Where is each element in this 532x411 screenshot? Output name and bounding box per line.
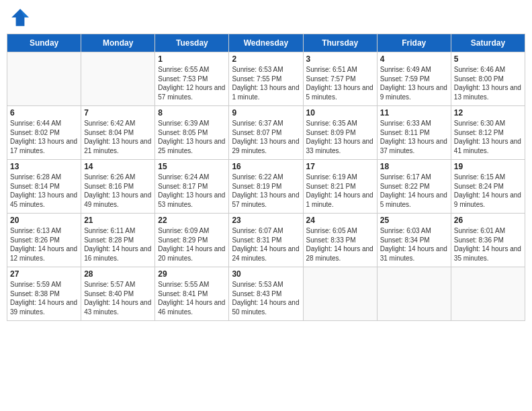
day-number: 30 bbox=[232, 269, 300, 279]
day-info: Sunrise: 6:55 AM Sunset: 7:53 PM Dayligh… bbox=[158, 65, 226, 101]
day-of-week-header: Tuesday bbox=[155, 34, 229, 52]
day-info: Sunrise: 5:57 AM Sunset: 8:40 PM Dayligh… bbox=[84, 280, 152, 316]
day-number: 29 bbox=[158, 269, 226, 279]
day-number: 15 bbox=[158, 162, 226, 171]
day-number: 9 bbox=[232, 108, 300, 118]
calendar-cell: 29Sunrise: 5:55 AM Sunset: 8:41 PM Dayli… bbox=[155, 267, 229, 321]
calendar-cell: 18Sunrise: 6:17 AM Sunset: 8:22 PM Dayli… bbox=[377, 160, 451, 214]
calendar-cell: 12Sunrise: 6:30 AM Sunset: 8:12 PM Dayli… bbox=[451, 106, 525, 160]
day-number: 13 bbox=[10, 162, 78, 171]
day-info: Sunrise: 6:44 AM Sunset: 8:02 PM Dayligh… bbox=[10, 119, 78, 155]
day-of-week-header: Thursday bbox=[303, 34, 377, 52]
calendar-cell: 13Sunrise: 6:28 AM Sunset: 8:14 PM Dayli… bbox=[7, 160, 81, 214]
calendar-cell: 5Sunrise: 6:46 AM Sunset: 8:00 PM Daylig… bbox=[451, 52, 525, 106]
calendar-cell: 6Sunrise: 6:44 AM Sunset: 8:02 PM Daylig… bbox=[7, 106, 81, 160]
calendar-cell: 25Sunrise: 6:03 AM Sunset: 8:34 PM Dayli… bbox=[377, 214, 451, 267]
day-number: 24 bbox=[306, 216, 374, 225]
day-number: 17 bbox=[306, 162, 374, 171]
day-number: 25 bbox=[380, 216, 448, 225]
day-info: Sunrise: 5:55 AM Sunset: 8:41 PM Dayligh… bbox=[158, 280, 226, 316]
day-info: Sunrise: 6:26 AM Sunset: 8:16 PM Dayligh… bbox=[84, 173, 152, 209]
calendar-cell: 9Sunrise: 6:37 AM Sunset: 8:07 PM Daylig… bbox=[229, 106, 303, 160]
calendar-cell bbox=[451, 267, 525, 321]
day-number: 21 bbox=[84, 216, 152, 225]
calendar-cell: 20Sunrise: 6:13 AM Sunset: 8:26 PM Dayli… bbox=[7, 214, 81, 267]
day-number: 7 bbox=[84, 108, 152, 118]
logo bbox=[9, 7, 34, 28]
calendar-cell bbox=[81, 52, 155, 106]
day-info: Sunrise: 6:13 AM Sunset: 8:26 PM Dayligh… bbox=[10, 226, 78, 263]
day-number: 4 bbox=[380, 54, 448, 64]
day-number: 1 bbox=[158, 54, 226, 64]
calendar-cell: 30Sunrise: 5:53 AM Sunset: 8:43 PM Dayli… bbox=[229, 267, 303, 321]
calendar-cell: 23Sunrise: 6:07 AM Sunset: 8:31 PM Dayli… bbox=[229, 214, 303, 267]
day-number: 10 bbox=[306, 108, 374, 118]
calendar-table: SundayMondayTuesdayWednesdayThursdayFrid… bbox=[7, 34, 525, 321]
day-info: Sunrise: 6:03 AM Sunset: 8:34 PM Dayligh… bbox=[380, 226, 448, 263]
calendar-cell bbox=[7, 52, 81, 106]
day-info: Sunrise: 5:59 AM Sunset: 8:38 PM Dayligh… bbox=[10, 280, 78, 316]
day-info: Sunrise: 6:19 AM Sunset: 8:21 PM Dayligh… bbox=[306, 173, 374, 209]
calendar-cell: 11Sunrise: 6:33 AM Sunset: 8:11 PM Dayli… bbox=[377, 106, 451, 160]
calendar-cell: 2Sunrise: 6:53 AM Sunset: 7:55 PM Daylig… bbox=[229, 52, 303, 106]
day-info: Sunrise: 6:24 AM Sunset: 8:17 PM Dayligh… bbox=[158, 173, 226, 209]
day-info: Sunrise: 6:22 AM Sunset: 8:19 PM Dayligh… bbox=[232, 173, 300, 209]
day-number: 8 bbox=[158, 108, 226, 118]
calendar-cell: 26Sunrise: 6:01 AM Sunset: 8:36 PM Dayli… bbox=[451, 214, 525, 267]
day-info: Sunrise: 5:53 AM Sunset: 8:43 PM Dayligh… bbox=[232, 280, 300, 316]
calendar-cell: 14Sunrise: 6:26 AM Sunset: 8:16 PM Dayli… bbox=[81, 160, 155, 214]
calendar-week-row: 6Sunrise: 6:44 AM Sunset: 8:02 PM Daylig… bbox=[7, 106, 525, 160]
day-number: 22 bbox=[158, 216, 226, 225]
day-number: 18 bbox=[380, 162, 448, 171]
logo-icon bbox=[9, 7, 31, 28]
day-of-week-header: Sunday bbox=[7, 34, 81, 52]
calendar-cell: 22Sunrise: 6:09 AM Sunset: 8:29 PM Dayli… bbox=[155, 214, 229, 267]
day-info: Sunrise: 6:07 AM Sunset: 8:31 PM Dayligh… bbox=[232, 226, 300, 263]
calendar-cell: 3Sunrise: 6:51 AM Sunset: 7:57 PM Daylig… bbox=[303, 52, 377, 106]
day-info: Sunrise: 6:33 AM Sunset: 8:11 PM Dayligh… bbox=[380, 119, 448, 155]
calendar-cell bbox=[377, 267, 451, 321]
day-info: Sunrise: 6:51 AM Sunset: 7:57 PM Dayligh… bbox=[306, 65, 374, 101]
day-number: 14 bbox=[84, 162, 152, 171]
calendar-cell: 27Sunrise: 5:59 AM Sunset: 8:38 PM Dayli… bbox=[7, 267, 81, 321]
calendar-week-row: 13Sunrise: 6:28 AM Sunset: 8:14 PM Dayli… bbox=[7, 160, 525, 214]
calendar-cell: 28Sunrise: 5:57 AM Sunset: 8:40 PM Dayli… bbox=[81, 267, 155, 321]
calendar-cell: 4Sunrise: 6:49 AM Sunset: 7:59 PM Daylig… bbox=[377, 52, 451, 106]
calendar-cell: 7Sunrise: 6:42 AM Sunset: 8:04 PM Daylig… bbox=[81, 106, 155, 160]
calendar-week-row: 1Sunrise: 6:55 AM Sunset: 7:53 PM Daylig… bbox=[7, 52, 525, 106]
calendar-cell: 21Sunrise: 6:11 AM Sunset: 8:28 PM Dayli… bbox=[81, 214, 155, 267]
calendar-cell: 8Sunrise: 6:39 AM Sunset: 8:05 PM Daylig… bbox=[155, 106, 229, 160]
day-number: 5 bbox=[454, 54, 522, 64]
day-number: 16 bbox=[232, 162, 300, 171]
day-number: 23 bbox=[232, 216, 300, 225]
day-info: Sunrise: 6:11 AM Sunset: 8:28 PM Dayligh… bbox=[84, 226, 152, 263]
day-info: Sunrise: 6:37 AM Sunset: 8:07 PM Dayligh… bbox=[232, 119, 300, 155]
page-header bbox=[7, 7, 525, 28]
day-of-week-header: Monday bbox=[81, 34, 155, 52]
day-number: 19 bbox=[454, 162, 522, 171]
day-info: Sunrise: 6:01 AM Sunset: 8:36 PM Dayligh… bbox=[454, 226, 522, 263]
day-of-week-header: Saturday bbox=[451, 34, 525, 52]
calendar-cell: 16Sunrise: 6:22 AM Sunset: 8:19 PM Dayli… bbox=[229, 160, 303, 214]
calendar-cell: 19Sunrise: 6:15 AM Sunset: 8:24 PM Dayli… bbox=[451, 160, 525, 214]
day-info: Sunrise: 6:39 AM Sunset: 8:05 PM Dayligh… bbox=[158, 119, 226, 155]
calendar-cell: 24Sunrise: 6:05 AM Sunset: 8:33 PM Dayli… bbox=[303, 214, 377, 267]
day-info: Sunrise: 6:17 AM Sunset: 8:22 PM Dayligh… bbox=[380, 173, 448, 209]
day-info: Sunrise: 6:09 AM Sunset: 8:29 PM Dayligh… bbox=[158, 226, 226, 263]
calendar-cell: 17Sunrise: 6:19 AM Sunset: 8:21 PM Dayli… bbox=[303, 160, 377, 214]
day-info: Sunrise: 6:35 AM Sunset: 8:09 PM Dayligh… bbox=[306, 119, 374, 155]
day-number: 28 bbox=[84, 269, 152, 279]
day-info: Sunrise: 6:53 AM Sunset: 7:55 PM Dayligh… bbox=[232, 65, 300, 101]
day-of-week-header: Wednesday bbox=[229, 34, 303, 52]
calendar-week-row: 27Sunrise: 5:59 AM Sunset: 8:38 PM Dayli… bbox=[7, 267, 525, 321]
day-info: Sunrise: 6:42 AM Sunset: 8:04 PM Dayligh… bbox=[84, 119, 152, 155]
day-number: 20 bbox=[10, 216, 78, 225]
calendar-cell: 10Sunrise: 6:35 AM Sunset: 8:09 PM Dayli… bbox=[303, 106, 377, 160]
calendar-cell: 1Sunrise: 6:55 AM Sunset: 7:53 PM Daylig… bbox=[155, 52, 229, 106]
day-info: Sunrise: 6:30 AM Sunset: 8:12 PM Dayligh… bbox=[454, 119, 522, 155]
calendar-cell bbox=[303, 267, 377, 321]
day-number: 26 bbox=[454, 216, 522, 225]
day-info: Sunrise: 6:05 AM Sunset: 8:33 PM Dayligh… bbox=[306, 226, 374, 263]
calendar-week-row: 20Sunrise: 6:13 AM Sunset: 8:26 PM Dayli… bbox=[7, 214, 525, 267]
day-info: Sunrise: 6:28 AM Sunset: 8:14 PM Dayligh… bbox=[10, 173, 78, 209]
